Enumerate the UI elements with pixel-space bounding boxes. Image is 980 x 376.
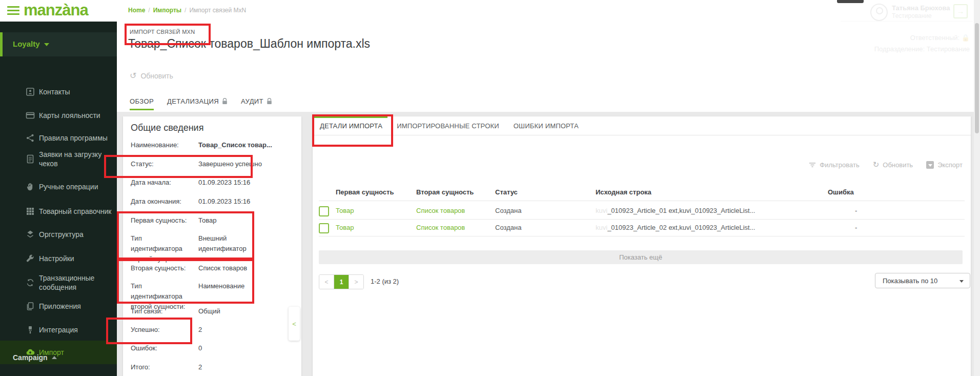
cell-first-entity[interactable]: Товар [336, 224, 354, 231]
breadcrumb: Home/Импорты/Импорт связей MxN [128, 7, 246, 14]
page-size-select[interactable]: Показывать по 10 [875, 273, 970, 288]
summary-row-second-entity: Вторая сущность:Список товаров [131, 263, 275, 273]
summary-row-end-date: Дата окончания:01.09.2023 15:16 [131, 196, 275, 207]
org-structure-icon [26, 230, 35, 239]
sidebar-section-loyalty[interactable]: Loyalty [0, 32, 117, 56]
sidebar-item-receipt-requests[interactable]: Заявки на загрузку чеков [0, 149, 117, 169]
pagination-page-1[interactable]: 1 [334, 275, 349, 289]
sidebar-item-applications[interactable]: Приложения [0, 296, 117, 316]
tab-import-errors[interactable]: ОШИБКИ ИМПОРТА [506, 116, 586, 135]
summary-title: Общие сведения [131, 123, 203, 133]
breadcrumb-imports[interactable]: Импорты [153, 7, 181, 14]
app-root: manzàna Home/Импорты/Импорт связей MxN Т… [0, 0, 980, 376]
collapse-panel-button[interactable]: < [289, 307, 300, 341]
summary-row-success: Успешно:2 [131, 325, 275, 335]
cell-error: - [855, 224, 857, 231]
chevron-down-icon [959, 280, 964, 283]
details-panel: ДЕТАЛИ ИМПОРТА ИМПОРТИРОВАННЫЕ СТРОКИ ОШ… [313, 116, 971, 376]
summary-row-link-type: Тип связи:Общий [131, 306, 275, 316]
pagination-next[interactable]: > [349, 275, 363, 289]
show-more-button[interactable]: Показать ещё [319, 250, 963, 264]
summary-panel: Общие сведения Наименование:Товар_Список… [123, 116, 301, 376]
responsible-label: Ответственный: 🔒 [910, 34, 970, 42]
summary-row-name: Наименование:Товар_Список товар... [131, 140, 275, 150]
pagination-prev[interactable]: < [319, 275, 334, 289]
column-header-status: Статус [495, 188, 518, 196]
tab-audit[interactable]: АУДИТ [241, 97, 272, 105]
summary-row-total: Итого:2 [131, 362, 275, 372]
refresh-icon: ↻ [873, 160, 880, 169]
department-label: Подразделение: Тестирование [874, 45, 970, 53]
sidebar-item-loyalty-cards[interactable]: Карты лояльности [0, 105, 117, 126]
user-unit: Тестирование [892, 12, 932, 19]
product-catalog-icon [26, 207, 35, 216]
summary-row-status: Статус:Завершено успешно [131, 159, 275, 169]
manual-operations-icon [26, 182, 35, 191]
pagination: < 1 > [319, 274, 364, 289]
sidebar-item-program-rules[interactable]: Правила программы [0, 128, 117, 148]
cell-source-row: kuvi_010923_Article_02 ext,kuvi_010923_A… [596, 224, 755, 231]
receipts-upload-icon [26, 154, 35, 164]
integration-icon [26, 325, 35, 334]
breadcrumb-separator: / [185, 7, 186, 14]
avatar [870, 4, 888, 21]
summary-row-start-date: Дата начала:01.09.2023 15:16 [131, 177, 275, 188]
cell-error: - [855, 207, 857, 214]
sidebar-item-settings[interactable]: Настройки [0, 248, 117, 269]
export-button[interactable]: Экспорт [926, 160, 963, 169]
active-tab-underline [130, 109, 154, 110]
pagination-info: 1-2 (из 2) [371, 278, 399, 285]
cell-second-entity[interactable]: Список товаров [416, 224, 465, 231]
divider [841, 21, 973, 22]
lock-icon [267, 98, 272, 105]
refresh-icon: ↺ [130, 71, 136, 81]
sidebar-section-campaign[interactable]: Campaign [0, 347, 117, 368]
sidebar: Loyalty Контакты Карты лояльности Правил… [0, 22, 117, 376]
cell-first-entity[interactable]: Товар [336, 207, 354, 214]
cell-second-entity[interactable]: Список товаров [416, 207, 465, 214]
row-checkbox[interactable] [319, 206, 329, 216]
row-checkbox[interactable] [319, 223, 329, 233]
contacts-icon [26, 87, 35, 96]
column-header-source-row: Исходная строка [596, 188, 651, 196]
breadcrumb-separator: / [148, 7, 150, 14]
sidebar-item-integration[interactable]: Интеграция [0, 320, 117, 340]
hamburger-menu-icon[interactable] [7, 6, 19, 15]
filter-icon [809, 162, 816, 168]
sidebar-item-contacts[interactable]: Контакты [0, 82, 117, 102]
column-header-first-entity: Первая сущность [336, 188, 394, 196]
cell-status: Создана [495, 224, 521, 231]
tab-detailing[interactable]: ДЕТАЛИЗАЦИЯ [167, 97, 228, 105]
tab-overview[interactable]: ОБЗОР [130, 97, 154, 105]
sidebar-item-org-structure[interactable]: Оргструктура [0, 224, 117, 245]
active-section-bar [0, 32, 3, 56]
export-icon [926, 161, 934, 169]
refresh-table-button[interactable]: ↻ Обновить [873, 160, 913, 169]
divider [319, 201, 965, 201]
summary-row-errors: Ошибок:0 [131, 343, 275, 353]
breadcrumb-current: Импорт связей MxN [189, 7, 246, 14]
browser-artifact [837, 0, 864, 3]
tab-import-details[interactable]: ДЕТАЛИ ИМПОРТА [313, 116, 390, 135]
sidebar-item-transactional-messages[interactable]: Транзакционные сообщения [0, 272, 117, 293]
manzana-logo[interactable]: manzàna [24, 1, 88, 19]
chevron-up-icon [52, 356, 57, 359]
filter-button[interactable]: Фильтровать [809, 160, 859, 169]
page-label: ИМПОРТ СВЯЗЕЙ MXN [130, 29, 195, 35]
summary-row-first-entity-id-type: Тип идентификатора первой сущности:Внешн… [131, 233, 275, 264]
user-name: Татьяна Брюхова [892, 4, 950, 12]
refresh-button[interactable]: ↺Обновить [130, 71, 173, 81]
program-rules-icon [26, 133, 35, 143]
settings-icon [26, 254, 35, 263]
scrollbar-track[interactable] [974, 0, 980, 376]
sidebar-item-manual-operations[interactable]: Ручные операции [0, 176, 117, 197]
logout-icon[interactable]: → [953, 4, 968, 18]
details-tabs: ДЕТАЛИ ИМПОРТА ИМПОРТИРОВАННЫЕ СТРОКИ ОШ… [313, 116, 971, 135]
tab-imported-rows[interactable]: ИМПОРТИРОВАННЫЕ СТРОКИ [390, 116, 506, 135]
sidebar-item-product-catalog[interactable]: Товарный справочник [0, 201, 117, 222]
chevron-down-icon [44, 43, 49, 46]
summary-row-first-entity: Первая сущность:Товар [131, 215, 275, 226]
breadcrumb-home[interactable]: Home [128, 7, 145, 14]
cell-status: Создана [495, 207, 521, 214]
scrollbar-thumb[interactable] [975, 23, 979, 133]
